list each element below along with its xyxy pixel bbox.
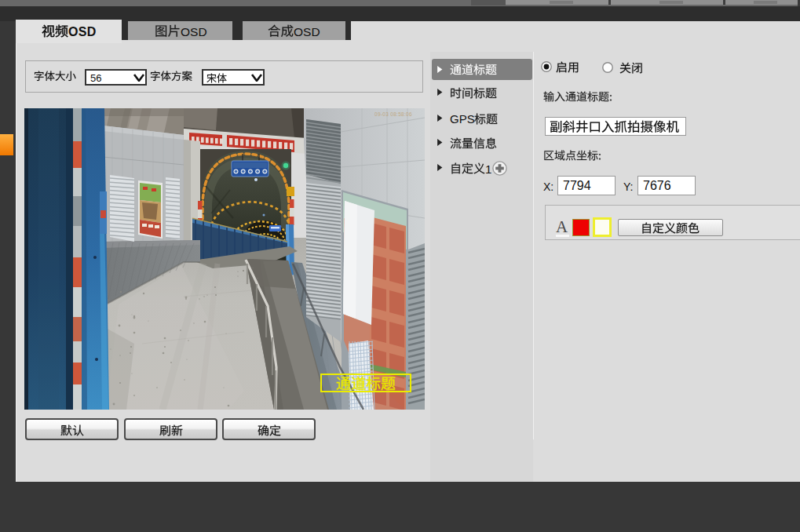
svg-text:09-03 08:58:06: 09-03 08:58:06	[374, 111, 412, 117]
